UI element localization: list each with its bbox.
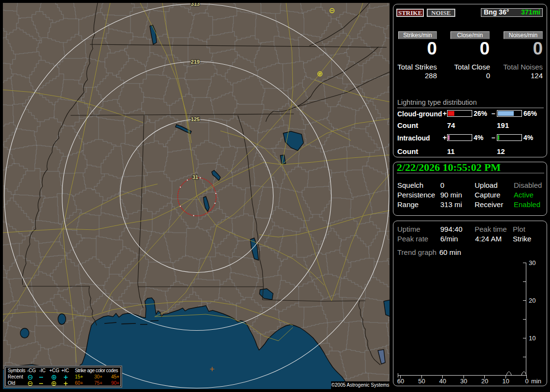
trend-box: Uptime 994:40 Peak time Plot Peak rate 6… <box>393 221 547 386</box>
svg-text:10: 10 <box>502 378 509 385</box>
status-box: 2/22/2026 10:55:02 PM Squelch 0 Upload D… <box>393 162 547 216</box>
svg-text:60: 60 <box>397 378 404 385</box>
svg-text:20: 20 <box>529 297 536 304</box>
svg-text:30: 30 <box>460 378 467 385</box>
total-noises-label: Total Noises <box>494 63 543 71</box>
btn-noise[interactable]: NOISE <box>427 9 455 17</box>
trend-graph: 30 20 10 60 50 40 30 20 10 0 min <box>393 260 546 386</box>
total-strikes-label: Total Strikes <box>389 63 437 71</box>
total-noises: 124 <box>494 71 543 80</box>
close-rate: 0 <box>450 38 490 59</box>
datetime: 2/22/2026 10:55:02 PM <box>397 162 544 173</box>
total-close: 0 <box>442 71 490 80</box>
noises-rate: 0 <box>504 38 543 59</box>
svg-text:50: 50 <box>418 378 425 385</box>
svg-text:40: 40 <box>439 378 446 385</box>
dist-title: Lightning type distribution <box>397 98 544 108</box>
svg-text:0: 0 <box>525 378 528 385</box>
side-panel: STRIKE NOISE Bng 36°371mi Strikes/min Cl… <box>0 0 550 392</box>
btn-strike[interactable]: STRIKE <box>396 9 424 17</box>
lightning-detector: 313 219 125 31 Symbols -CG -IC +CG +IC S… <box>0 0 550 392</box>
svg-text:30: 30 <box>529 260 536 266</box>
total-strikes: 288 <box>389 71 437 80</box>
svg-text:10: 10 <box>529 335 536 342</box>
total-close-label: Total Close <box>442 63 490 71</box>
stats-box: STRIKE NOISE Bng 36°371mi Strikes/min Cl… <box>393 4 547 157</box>
svg-text:min: min <box>531 378 541 385</box>
strikes-rate: 0 <box>398 38 437 59</box>
bearing: Bng 36°371mi <box>481 8 543 17</box>
svg-text:20: 20 <box>481 378 488 385</box>
